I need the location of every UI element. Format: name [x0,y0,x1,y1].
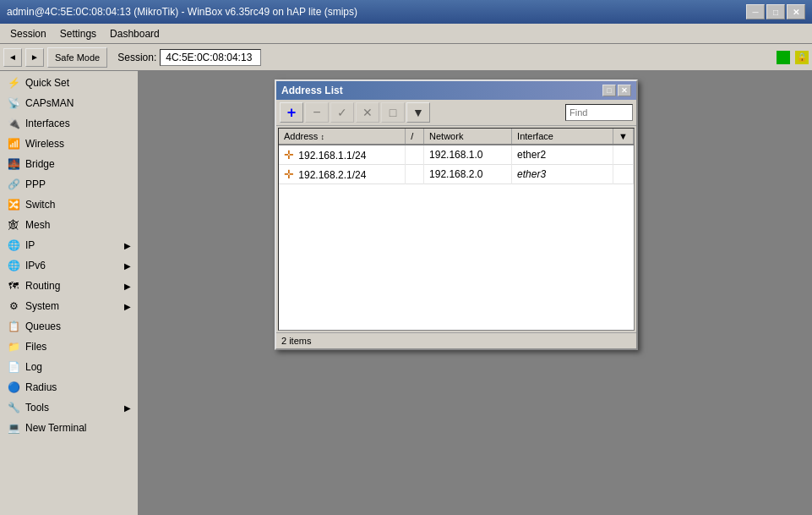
sidebar-label-log: Log [25,361,42,373]
log-icon: 📄 [7,360,20,374]
sidebar-label-queues: Queues [25,321,61,332]
interface-cell-1: ether2 [512,145,613,165]
minimize-button[interactable]: ─ [746,4,765,19]
items-count: 2 items [281,336,311,346]
sidebar-item-bridge[interactable]: 🌉 Bridge [0,154,138,174]
table-row[interactable]: ✛ 192.168.2.1/24 192.168.2.0 ether3 [279,165,634,184]
sidebar-item-new-terminal[interactable]: 💻 New Terminal [0,418,138,438]
col-slash[interactable]: / [406,129,424,145]
address-list-toolbar: + − ✓ ✕ □ ▼ [276,100,636,126]
check-address-button[interactable]: ✓ [330,102,354,123]
sidebar-item-ipv6[interactable]: 🌐 IPv6 ▶ [0,255,138,276]
close-button[interactable]: ✕ [787,4,805,19]
address-list-title-bar: Address List □ ✕ [276,81,636,100]
interfaces-icon: 🔌 [7,117,20,130]
toolbar: ◄ ► Safe Mode Session: 🔒 [0,44,812,71]
add-address-button[interactable]: + [280,102,303,123]
addr-title-controls: □ ✕ [602,85,631,96]
ipv6-arrow: ▶ [124,261,131,271]
address-table: Address ↕ / Network Interface [279,129,634,184]
forward-button[interactable]: ► [25,48,44,67]
ip-arrow: ▶ [124,241,131,250]
col-dropdown[interactable]: ▼ [613,129,634,145]
sidebar-item-files[interactable]: 📁 Files [0,337,138,357]
ip-icon: 🌐 [7,238,20,252]
sidebar-label-capsman: CAPsMAN [25,97,74,109]
network-cell-1: 192.168.1.0 [424,145,512,165]
sidebar-label-new-terminal: New Terminal [25,422,86,434]
address-list-title: Address List [281,85,343,96]
remove-address-button[interactable]: − [305,102,329,123]
find-input[interactable] [565,104,633,121]
addr-cell-2: ✛ 192.168.2.1/24 [279,165,406,184]
sidebar-item-quick-set[interactable]: ⚡ Quick Set [0,73,138,93]
radius-icon: 🔵 [7,381,20,394]
sidebar-item-interfaces[interactable]: 🔌 Interfaces [0,113,138,134]
system-icon: ⚙ [7,299,20,313]
network-cell-2: 192.168.2.0 [424,165,512,184]
sidebar-item-ip[interactable]: 🌐 IP ▶ [0,235,138,255]
menu-bar: Session Settings Dashboard [0,24,812,44]
queues-icon: 📋 [7,320,20,333]
tools-arrow: ▶ [124,403,131,413]
quick-set-icon: ⚡ [7,76,20,90]
sidebar-item-mesh[interactable]: 🕸 Mesh [0,215,138,235]
sidebar-item-radius[interactable]: 🔵 Radius [0,377,138,397]
sidebar-label-tools: Tools [25,402,49,414]
maximize-button[interactable]: □ [766,4,785,19]
sidebar-label-system: System [25,300,59,312]
sidebar-label-switch: Switch [25,199,55,211]
sidebar-item-routing[interactable]: 🗺 Routing ▶ [0,276,138,296]
sidebar-item-log[interactable]: 📄 Log [0,357,138,377]
sidebar-item-switch[interactable]: 🔀 Switch [0,194,138,215]
bridge-icon: 🌉 [7,157,20,171]
sidebar-label-radius: Radius [25,381,57,393]
routing-arrow: ▶ [124,282,131,291]
status-lock-indicator: 🔒 [795,51,809,64]
addr-minimize-button[interactable]: □ [602,85,616,96]
col-interface[interactable]: Interface [512,129,613,145]
safe-mode-button[interactable]: Safe Mode [47,47,107,68]
copy-address-button[interactable]: □ [381,102,405,123]
status-green-indicator [777,51,790,64]
sidebar-item-queues[interactable]: 📋 Queues [0,316,138,337]
routing-icon: 🗺 [7,279,20,293]
sidebar: ⚡ Quick Set 📡 CAPsMAN 🔌 Interfaces 📶 Wir… [0,71,139,515]
row-icon-2: ✛ [284,167,294,181]
wireless-icon: 📶 [7,137,20,151]
table-row[interactable]: ✛ 192.168.1.1/24 192.168.1.0 ether2 [279,145,634,165]
sidebar-label-mesh: Mesh [25,219,50,231]
sidebar-label-ipv6: IPv6 [25,260,46,271]
filter-address-button[interactable]: ▼ [406,102,430,123]
sidebar-label-wireless: Wireless [25,138,64,150]
col-address[interactable]: Address ↕ [279,129,406,145]
title-text: admin@4C:5E:0C:08:04:13 (MikroTik) - Win… [7,6,357,18]
menu-settings[interactable]: Settings [53,26,103,41]
col-network[interactable]: Network [424,129,512,145]
sidebar-label-ppp: PPP [25,178,46,190]
menu-dashboard[interactable]: Dashboard [103,26,166,41]
ipv6-icon: 🌐 [7,259,20,272]
sidebar-item-system[interactable]: ⚙ System ▶ [0,296,138,316]
address-list-status: 2 items [276,332,636,348]
addr-cell-1: ✛ 192.168.1.1/24 [279,145,406,165]
session-input[interactable] [160,49,261,66]
addr-close-button[interactable]: ✕ [618,85,631,96]
title-bar: admin@4C:5E:0C:08:04:13 (MikroTik) - Win… [0,0,812,24]
back-button[interactable]: ◄ [3,48,22,67]
sidebar-item-wireless[interactable]: 📶 Wireless [0,134,138,154]
address-table-container: Address ↕ / Network Interface [278,128,635,331]
row-icon-1: ✛ [284,148,294,162]
capsman-icon: 📡 [7,96,20,110]
delete-address-button[interactable]: ✕ [356,102,379,123]
sidebar-item-capsman[interactable]: 📡 CAPsMAN [0,93,138,113]
content-area: Address List □ ✕ + − ✓ ✕ □ ▼ [139,71,812,515]
sidebar-item-ppp[interactable]: 🔗 PPP [0,174,138,194]
tools-icon: 🔧 [7,401,20,414]
new-terminal-icon: 💻 [7,421,20,435]
files-icon: 📁 [7,340,20,353]
menu-session[interactable]: Session [3,26,53,41]
sidebar-item-tools[interactable]: 🔧 Tools ▶ [0,397,138,418]
sidebar-label-bridge: Bridge [25,158,55,170]
sidebar-label-files: Files [25,341,46,353]
